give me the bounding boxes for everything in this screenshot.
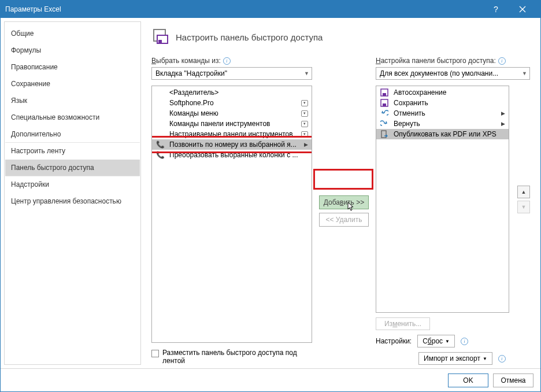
submenu-arrow-icon: ▶ xyxy=(501,121,505,127)
for-all-documents-combo[interactable]: Для всех документов (по умолчани... ▼ xyxy=(376,67,530,80)
sidebar-item-customize-ribbon[interactable]: Настроить ленту xyxy=(5,143,140,160)
redo-icon xyxy=(380,120,389,128)
list-item[interactable]: Сохранить xyxy=(376,98,509,108)
page-title: Настроить панель быстрого доступа xyxy=(176,32,323,42)
dropdown-icon: ▾ xyxy=(301,110,308,117)
list-item[interactable]: Softphone.Pro▾ xyxy=(152,98,312,108)
sidebar-item-formulas[interactable]: Формулы xyxy=(5,42,140,59)
available-commands-column: Выбрать команды из: i Вкладка "Надстройк… xyxy=(151,57,312,365)
add-remove-column: Добавить >> << Удалить xyxy=(318,57,370,365)
sidebar-item-advanced[interactable]: Дополнительно xyxy=(5,126,140,143)
highlight-box-add xyxy=(313,169,373,190)
undo-icon xyxy=(380,109,389,117)
customize-qat-label: Настройка панели быстрого доступа: i xyxy=(376,57,530,65)
dialog-footer: OK Отмена xyxy=(1,368,540,391)
current-qat-list[interactable]: Автосохранение Сохранить Отменить▶ Верну… xyxy=(376,86,509,313)
list-item[interactable]: Вернуть▶ xyxy=(376,119,509,129)
dropdown-icon: ▾ xyxy=(301,131,308,138)
modify-button[interactable]: Изменить... xyxy=(376,317,430,330)
settings-label: Настройки: xyxy=(376,337,412,345)
reorder-buttons: ▲ ▼ xyxy=(515,86,530,313)
list-item[interactable]: 📞Преобразовать выбранные колонки с ... xyxy=(152,150,312,160)
dialog-body: Общие Формулы Правописание Сохранение Яз… xyxy=(1,18,540,368)
save-icon xyxy=(380,99,389,107)
sidebar-item-save[interactable]: Сохранение xyxy=(5,76,140,93)
current-qat-column: Настройка панели быстрого доступа: i Для… xyxy=(376,57,530,365)
import-export-button[interactable]: Импорт и экспорт▼ xyxy=(418,352,492,365)
chevron-down-icon: ▼ xyxy=(304,71,309,76)
phone-icon: 📞 xyxy=(155,140,165,149)
combo-selected-text: Вкладка "Надстройки" xyxy=(155,69,304,77)
publish-icon xyxy=(380,130,389,138)
two-column-area: Выбрать команды из: i Вкладка "Надстройк… xyxy=(151,57,530,365)
svg-rect-4 xyxy=(383,93,386,96)
close-button[interactable] xyxy=(509,1,536,18)
titlebar: Параметры Excel ? xyxy=(1,1,540,18)
move-down-button[interactable]: ▼ xyxy=(517,201,530,213)
chevron-down-icon: ▼ xyxy=(522,71,527,76)
autosave-icon xyxy=(380,88,389,97)
help-button[interactable]: ? xyxy=(483,1,509,18)
list-item[interactable]: Отменить▶ xyxy=(376,108,509,119)
sidebar-item-qat[interactable]: Панель быстрого доступа xyxy=(5,160,140,176)
dropdown-icon: ▾ xyxy=(301,100,308,106)
checkbox[interactable] xyxy=(151,350,159,357)
cancel-button[interactable]: Отмена xyxy=(493,373,533,387)
info-icon[interactable]: i xyxy=(223,57,231,65)
available-commands-list[interactable]: <Разделитель> Softphone.Pro▾ Команды мен… xyxy=(151,86,312,343)
remove-button[interactable]: << Удалить xyxy=(319,213,369,227)
submenu-arrow-icon: ▶ xyxy=(304,142,308,147)
svg-rect-2 xyxy=(158,40,162,43)
info-icon[interactable]: i xyxy=(461,338,468,345)
sidebar-item-proofing[interactable]: Правописание xyxy=(5,59,140,76)
list-item[interactable]: Автосохранение xyxy=(376,87,509,98)
excel-options-window: Параметры Excel ? Общие Формулы Правопис… xyxy=(0,0,541,392)
submenu-arrow-icon: ▶ xyxy=(501,110,505,116)
info-icon[interactable]: i xyxy=(498,355,506,363)
sidebar-item-trust-center[interactable]: Центр управления безопасностью xyxy=(5,193,140,210)
combo-selected-text: Для всех документов (по умолчани... xyxy=(380,69,522,77)
page-header: Настроить панель быстрого доступа xyxy=(151,27,530,47)
sidebar-item-ease-of-access[interactable]: Специальные возможности xyxy=(5,109,140,126)
info-icon[interactable]: i xyxy=(498,57,506,65)
show-qat-below-ribbon-row: Разместить панель быстрого доступа под л… xyxy=(151,349,312,365)
list-item[interactable]: <Разделитель> xyxy=(152,87,312,98)
list-item[interactable]: Команды меню▾ xyxy=(152,108,312,119)
reset-button[interactable]: Сброс▼ xyxy=(417,335,455,347)
sidebar-item-addins[interactable]: Надстройки xyxy=(5,176,140,193)
list-item[interactable]: Команды панели инструментов▾ xyxy=(152,119,312,129)
add-button[interactable]: Добавить >> xyxy=(319,195,369,209)
list-item-selected[interactable]: Опубликовать как PDF или XPS xyxy=(376,129,509,139)
close-icon xyxy=(519,6,526,13)
svg-rect-6 xyxy=(383,103,386,106)
window-title: Параметры Excel xyxy=(5,5,483,13)
list-item[interactable]: Настраиваемые панели инструментов▾ xyxy=(152,129,312,139)
choose-commands-label: Выбрать команды из: i xyxy=(151,57,312,65)
dropdown-icon: ▾ xyxy=(301,121,308,127)
checkbox-label: Разместить панель быстрого доступа под л… xyxy=(162,349,301,365)
sidebar-item-language[interactable]: Язык xyxy=(5,93,140,109)
choose-commands-combo[interactable]: Вкладка "Надстройки" ▼ xyxy=(151,67,312,80)
move-up-button[interactable]: ▲ xyxy=(517,186,530,198)
list-item-selected[interactable]: 📞Позвонить по номеру из выбранной я...▶ xyxy=(152,139,312,150)
sidebar-item-general[interactable]: Общие xyxy=(5,25,140,42)
category-sidebar: Общие Формулы Правописание Сохранение Яз… xyxy=(4,21,141,365)
content-panel: Настроить панель быстрого доступа Выбрат… xyxy=(141,18,540,368)
phone-icon: 📞 xyxy=(155,151,165,159)
qat-icon xyxy=(151,27,170,47)
svg-rect-7 xyxy=(381,131,386,138)
ok-button[interactable]: OK xyxy=(448,373,488,387)
